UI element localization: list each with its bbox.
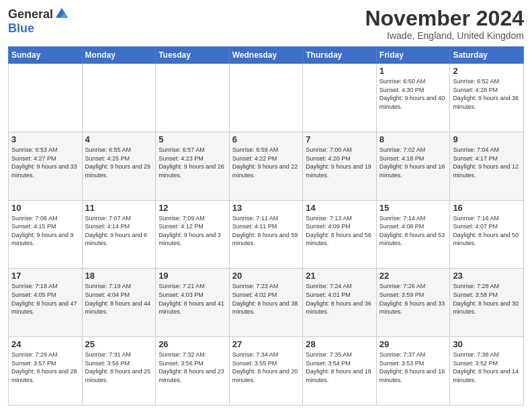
day-info: Sunrise: 7:00 AM Sunset: 4:20 PM Dayligh… xyxy=(306,146,373,179)
day-info: Sunrise: 7:26 AM Sunset: 3:59 PM Dayligh… xyxy=(380,282,447,316)
calendar-cell: 10Sunrise: 7:06 AM Sunset: 4:15 PM Dayli… xyxy=(9,200,83,269)
calendar-cell: 9Sunrise: 7:04 AM Sunset: 4:17 PM Daylig… xyxy=(450,132,524,200)
weekday-header: Sunday xyxy=(9,47,83,64)
calendar-header-row: SundayMondayTuesdayWednesdayThursdayFrid… xyxy=(9,47,524,64)
title-section: November 2024 Iwade, England, United Kin… xyxy=(365,7,524,41)
day-number: 20 xyxy=(232,271,300,281)
calendar-cell: 12Sunrise: 7:09 AM Sunset: 4:12 PM Dayli… xyxy=(156,200,230,269)
calendar-table: SundayMondayTuesdayWednesdayThursdayFrid… xyxy=(8,46,524,406)
day-number: 19 xyxy=(159,271,226,281)
day-info: Sunrise: 6:52 AM Sunset: 4:28 PM Dayligh… xyxy=(453,77,521,111)
calendar-cell: 7Sunrise: 7:00 AM Sunset: 4:20 PM Daylig… xyxy=(303,132,377,200)
day-info: Sunrise: 7:09 AM Sunset: 4:12 PM Dayligh… xyxy=(159,214,226,248)
day-number: 27 xyxy=(232,339,300,349)
day-info: Sunrise: 7:11 AM Sunset: 4:11 PM Dayligh… xyxy=(232,214,300,248)
calendar-cell: 30Sunrise: 7:38 AM Sunset: 3:52 PM Dayli… xyxy=(450,337,524,406)
calendar-cell xyxy=(303,64,377,132)
page: General Blue November 2024 Iwade, Englan… xyxy=(0,0,532,411)
calendar-cell: 1Sunrise: 6:50 AM Sunset: 4:30 PM Daylig… xyxy=(376,64,450,132)
calendar-week-row: 24Sunrise: 7:29 AM Sunset: 3:57 PM Dayli… xyxy=(9,337,524,406)
day-info: Sunrise: 6:57 AM Sunset: 4:23 PM Dayligh… xyxy=(159,146,226,179)
calendar-cell: 2Sunrise: 6:52 AM Sunset: 4:28 PM Daylig… xyxy=(450,64,524,132)
day-info: Sunrise: 7:34 AM Sunset: 3:55 PM Dayligh… xyxy=(232,351,300,384)
day-info: Sunrise: 7:29 AM Sunset: 3:57 PM Dayligh… xyxy=(11,351,79,384)
calendar-cell: 18Sunrise: 7:19 AM Sunset: 4:04 PM Dayli… xyxy=(82,269,156,337)
day-info: Sunrise: 7:14 AM Sunset: 4:08 PM Dayligh… xyxy=(380,214,447,248)
calendar-cell: 13Sunrise: 7:11 AM Sunset: 4:11 PM Dayli… xyxy=(229,200,303,269)
day-number: 13 xyxy=(232,203,300,213)
day-info: Sunrise: 6:50 AM Sunset: 4:30 PM Dayligh… xyxy=(380,77,447,111)
month-title: November 2024 xyxy=(365,7,524,30)
day-number: 17 xyxy=(11,271,79,281)
day-number: 8 xyxy=(380,134,447,144)
day-number: 5 xyxy=(159,134,226,144)
day-info: Sunrise: 7:18 AM Sunset: 4:05 PM Dayligh… xyxy=(11,282,79,316)
day-number: 7 xyxy=(306,134,373,144)
calendar-cell xyxy=(156,64,230,132)
weekday-header: Saturday xyxy=(450,47,524,64)
day-info: Sunrise: 7:24 AM Sunset: 4:01 PM Dayligh… xyxy=(306,282,373,316)
day-number: 28 xyxy=(306,339,373,349)
day-info: Sunrise: 7:31 AM Sunset: 3:56 PM Dayligh… xyxy=(85,351,153,384)
calendar-week-row: 1Sunrise: 6:50 AM Sunset: 4:30 PM Daylig… xyxy=(9,64,524,132)
day-number: 23 xyxy=(453,271,521,281)
day-number: 1 xyxy=(380,66,447,76)
day-info: Sunrise: 6:53 AM Sunset: 4:27 PM Dayligh… xyxy=(11,146,79,179)
calendar-cell xyxy=(9,64,83,132)
day-info: Sunrise: 6:59 AM Sunset: 4:22 PM Dayligh… xyxy=(232,146,300,179)
weekday-header: Monday xyxy=(82,47,156,64)
day-number: 10 xyxy=(11,203,79,213)
day-info: Sunrise: 7:28 AM Sunset: 3:58 PM Dayligh… xyxy=(453,282,521,316)
calendar-week-row: 10Sunrise: 7:06 AM Sunset: 4:15 PM Dayli… xyxy=(9,200,524,269)
location: Iwade, England, United Kingdom xyxy=(365,30,524,41)
calendar-cell: 22Sunrise: 7:26 AM Sunset: 3:59 PM Dayli… xyxy=(376,269,450,337)
calendar-cell: 14Sunrise: 7:13 AM Sunset: 4:09 PM Dayli… xyxy=(303,200,377,269)
day-info: Sunrise: 6:55 AM Sunset: 4:25 PM Dayligh… xyxy=(85,146,153,179)
day-number: 18 xyxy=(85,271,153,281)
logo-blue-text: Blue xyxy=(8,21,34,36)
day-info: Sunrise: 7:37 AM Sunset: 3:53 PM Dayligh… xyxy=(380,351,447,384)
day-number: 14 xyxy=(306,203,373,213)
calendar-cell: 16Sunrise: 7:16 AM Sunset: 4:07 PM Dayli… xyxy=(450,200,524,269)
header: General Blue November 2024 Iwade, Englan… xyxy=(8,7,524,41)
day-number: 15 xyxy=(380,203,447,213)
calendar-week-row: 17Sunrise: 7:18 AM Sunset: 4:05 PM Dayli… xyxy=(9,269,524,337)
calendar-cell: 5Sunrise: 6:57 AM Sunset: 4:23 PM Daylig… xyxy=(156,132,230,200)
day-number: 4 xyxy=(85,134,153,144)
calendar-cell: 8Sunrise: 7:02 AM Sunset: 4:18 PM Daylig… xyxy=(376,132,450,200)
day-number: 3 xyxy=(11,134,79,144)
day-number: 11 xyxy=(85,203,153,213)
calendar-cell: 6Sunrise: 6:59 AM Sunset: 4:22 PM Daylig… xyxy=(229,132,303,200)
day-info: Sunrise: 7:35 AM Sunset: 3:54 PM Dayligh… xyxy=(306,351,373,384)
day-number: 30 xyxy=(453,339,521,349)
day-info: Sunrise: 7:07 AM Sunset: 4:14 PM Dayligh… xyxy=(85,214,153,248)
weekday-header: Tuesday xyxy=(156,47,230,64)
day-info: Sunrise: 7:02 AM Sunset: 4:18 PM Dayligh… xyxy=(380,146,447,179)
logo-icon xyxy=(54,7,69,21)
day-info: Sunrise: 7:23 AM Sunset: 4:02 PM Dayligh… xyxy=(232,282,300,316)
day-number: 9 xyxy=(453,134,521,144)
calendar-cell: 24Sunrise: 7:29 AM Sunset: 3:57 PM Dayli… xyxy=(9,337,83,406)
day-info: Sunrise: 7:19 AM Sunset: 4:04 PM Dayligh… xyxy=(85,282,153,316)
calendar-cell: 23Sunrise: 7:28 AM Sunset: 3:58 PM Dayli… xyxy=(450,269,524,337)
logo-general-text: General xyxy=(8,7,53,21)
day-number: 21 xyxy=(306,271,373,281)
day-number: 12 xyxy=(159,203,226,213)
calendar-week-row: 3Sunrise: 6:53 AM Sunset: 4:27 PM Daylig… xyxy=(9,132,524,200)
logo: General Blue xyxy=(8,7,69,36)
calendar-cell xyxy=(229,64,303,132)
day-info: Sunrise: 7:16 AM Sunset: 4:07 PM Dayligh… xyxy=(453,214,521,248)
calendar-cell: 21Sunrise: 7:24 AM Sunset: 4:01 PM Dayli… xyxy=(303,269,377,337)
calendar-cell: 11Sunrise: 7:07 AM Sunset: 4:14 PM Dayli… xyxy=(82,200,156,269)
calendar-cell: 26Sunrise: 7:32 AM Sunset: 3:56 PM Dayli… xyxy=(156,337,230,406)
day-number: 6 xyxy=(232,134,300,144)
day-number: 25 xyxy=(85,339,153,349)
calendar-cell: 27Sunrise: 7:34 AM Sunset: 3:55 PM Dayli… xyxy=(229,337,303,406)
calendar-cell: 15Sunrise: 7:14 AM Sunset: 4:08 PM Dayli… xyxy=(376,200,450,269)
day-info: Sunrise: 7:06 AM Sunset: 4:15 PM Dayligh… xyxy=(11,214,79,248)
day-info: Sunrise: 7:32 AM Sunset: 3:56 PM Dayligh… xyxy=(159,351,226,384)
calendar-cell: 3Sunrise: 6:53 AM Sunset: 4:27 PM Daylig… xyxy=(9,132,83,200)
day-number: 26 xyxy=(159,339,226,349)
calendar-cell: 25Sunrise: 7:31 AM Sunset: 3:56 PM Dayli… xyxy=(82,337,156,406)
weekday-header: Friday xyxy=(376,47,450,64)
